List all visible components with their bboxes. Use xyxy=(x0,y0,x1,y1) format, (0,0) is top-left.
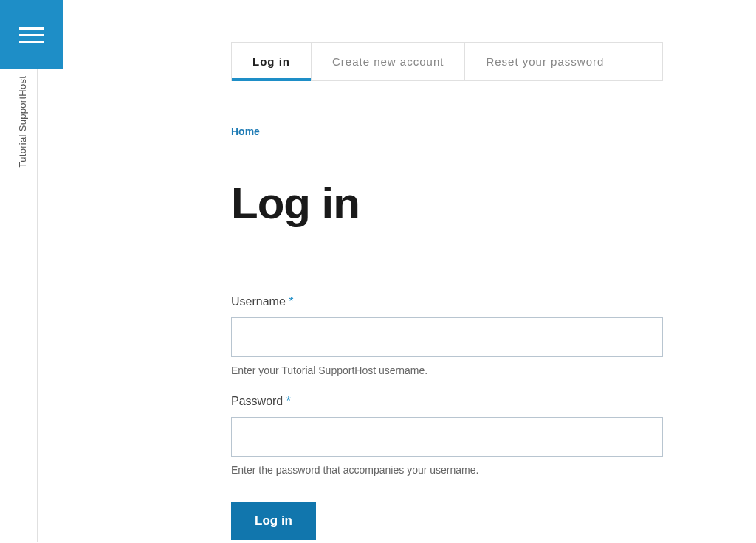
username-group: Username * Enter your Tutorial SupportHo… xyxy=(231,295,663,376)
tab-login[interactable]: Log in xyxy=(232,43,312,80)
page-title: Log in xyxy=(231,178,663,229)
tab-create-account[interactable]: Create new account xyxy=(312,43,465,80)
site-name-label: Tutorial SupportHost xyxy=(17,76,28,168)
username-input[interactable] xyxy=(231,317,663,357)
username-label-text: Username xyxy=(231,295,286,308)
password-label: Password * xyxy=(231,395,663,408)
sidebar: Tutorial SupportHost xyxy=(0,0,63,543)
login-form: Username * Enter your Tutorial SupportHo… xyxy=(231,295,663,540)
password-help: Enter the password that accompanies your… xyxy=(231,464,663,476)
tabs: Log in Create new account Reset your pas… xyxy=(231,42,663,81)
main-content: Log in Create new account Reset your pas… xyxy=(231,0,663,540)
tab-reset-password[interactable]: Reset your password xyxy=(465,43,625,80)
password-input[interactable] xyxy=(231,417,663,457)
password-label-text: Password xyxy=(231,395,283,407)
username-label: Username * xyxy=(231,295,663,308)
required-marker: * xyxy=(289,295,293,308)
required-marker: * xyxy=(286,395,291,407)
username-help: Enter your Tutorial SupportHost username… xyxy=(231,364,663,376)
breadcrumb-home[interactable]: Home xyxy=(231,125,663,137)
hamburger-icon xyxy=(19,27,44,43)
menu-button[interactable] xyxy=(0,0,63,69)
password-group: Password * Enter the password that accom… xyxy=(231,395,663,476)
sidebar-divider xyxy=(37,69,38,542)
login-button[interactable]: Log in xyxy=(231,502,316,540)
